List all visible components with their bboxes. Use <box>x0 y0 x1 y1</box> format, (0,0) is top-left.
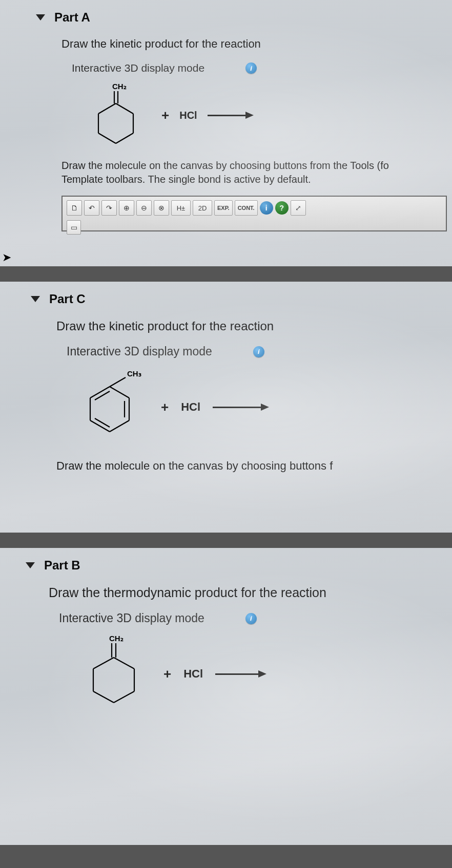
display-mode-label-b: Interactive 3D display mode <box>59 611 204 625</box>
svg-line-20 <box>114 658 134 669</box>
svg-line-14 <box>90 387 110 398</box>
part-a-title: Part A <box>54 10 90 25</box>
display-mode-label-c: Interactive 3D display mode <box>67 345 212 358</box>
info-icon[interactable]: i <box>245 613 257 624</box>
mouse-cursor-icon: ➤ <box>2 251 11 264</box>
part-c-title: Part C <box>49 292 86 306</box>
fullscreen-icon[interactable]: ⤢ <box>291 200 306 216</box>
plus-sign: + <box>161 399 169 415</box>
substituent-label: CH₃ <box>127 369 141 378</box>
plus-sign: + <box>163 666 171 682</box>
reagent-a: HCl <box>179 110 197 121</box>
reaction-display-b: CH₂ + HCl <box>85 633 447 715</box>
reactant-molecule-a: CH₂ <box>90 82 151 149</box>
canvas-instructions-c: Draw the molecule on the canvas by choos… <box>56 458 447 474</box>
plus-sign: + <box>161 108 169 123</box>
reaction-arrow-icon <box>213 404 269 411</box>
reaction-display-c: CH₃ + HCl <box>72 366 447 448</box>
svg-line-25 <box>93 658 114 669</box>
svg-line-17 <box>95 391 110 400</box>
twod-tool-icon[interactable]: 2D <box>193 200 212 216</box>
collapse-toggle-b[interactable] <box>26 562 35 568</box>
reagent-c: HCl <box>181 400 200 414</box>
hydrogen-tool-icon[interactable]: H± <box>171 200 191 216</box>
svg-line-8 <box>110 377 126 387</box>
part-b-prompt: Draw the thermodynamic product for the r… <box>49 585 447 600</box>
canvas-instructions-a: Draw the molecule on the canvas by choos… <box>61 159 447 186</box>
collapse-toggle-a[interactable] <box>36 14 45 20</box>
info-icon[interactable]: i <box>253 346 264 357</box>
zoom-out-icon[interactable]: ⊖ <box>136 200 152 216</box>
redo-icon[interactable]: ↷ <box>101 200 117 216</box>
reaction-arrow-icon <box>215 670 266 678</box>
svg-line-16 <box>95 418 110 427</box>
drawing-toolbar: 🗋 ↶ ↷ ⊕ ⊖ ⊗ H± 2D EXP. CONT. i ? <box>61 196 447 231</box>
new-file-icon[interactable]: 🗋 <box>67 200 82 216</box>
part-c-prompt: Draw the kinetic product for the reactio… <box>56 319 447 333</box>
svg-line-22 <box>114 691 134 703</box>
contract-tool-button[interactable]: CONT. <box>235 200 258 216</box>
delete-icon[interactable]: ⊗ <box>154 200 169 216</box>
svg-line-7 <box>98 103 116 114</box>
undo-icon[interactable]: ↶ <box>84 200 99 216</box>
zoom-in-icon[interactable]: ⊕ <box>119 200 134 216</box>
part-b-title: Part B <box>44 558 80 573</box>
substituent-label: CH₂ <box>112 82 127 91</box>
help-button-icon[interactable]: ? <box>275 201 289 215</box>
info-icon[interactable]: i <box>245 62 257 74</box>
collapse-toggle-c[interactable] <box>31 296 40 302</box>
svg-line-5 <box>98 133 116 143</box>
svg-line-9 <box>110 387 129 398</box>
svg-line-2 <box>116 103 133 114</box>
reaction-arrow-icon <box>208 112 254 119</box>
svg-line-12 <box>90 420 110 432</box>
reagent-b: HCl <box>183 667 203 681</box>
reactant-molecule-c: CH₃ <box>72 366 149 448</box>
svg-line-4 <box>116 133 133 143</box>
info-button-icon[interactable]: i <box>260 201 273 215</box>
svg-line-23 <box>93 691 114 703</box>
reactant-molecule-b: CH₂ <box>85 633 151 715</box>
display-mode-label-a: Interactive 3D display mode <box>72 62 204 74</box>
reaction-display-a: CH₂ + HCl <box>90 82 447 149</box>
selection-tool-icon[interactable]: ▭ <box>67 220 81 235</box>
expand-tool-button[interactable]: EXP. <box>214 200 233 216</box>
substituent-label: CH₂ <box>109 634 124 643</box>
svg-line-11 <box>110 420 129 432</box>
part-a-prompt: Draw the kinetic product for the reactio… <box>61 37 447 51</box>
